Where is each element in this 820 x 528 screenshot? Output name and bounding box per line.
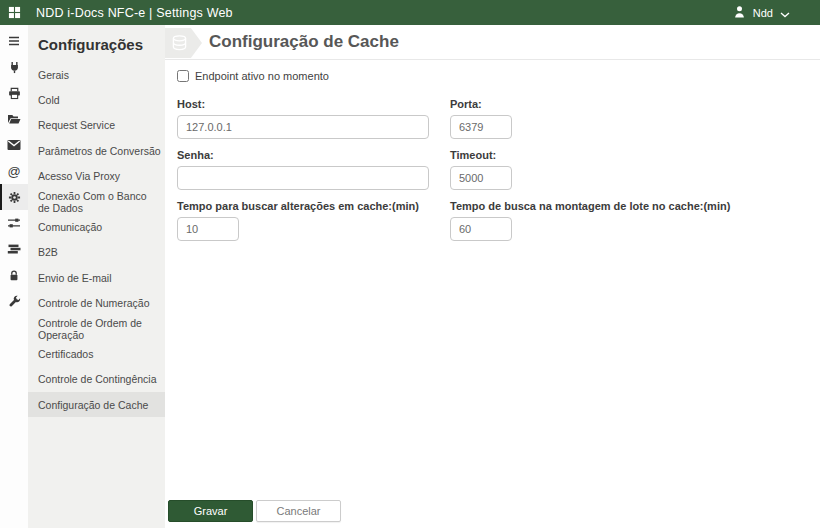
porta-input[interactable] xyxy=(450,115,512,139)
tempo-lote-label: Tempo de busca na montagem de lote no ca… xyxy=(450,200,820,212)
endpoint-active-label: Endpoint ativo no momento xyxy=(195,70,329,82)
envelope-icon[interactable] xyxy=(0,132,28,158)
timeout-input[interactable] xyxy=(450,166,512,190)
sidebar-item-acesso-via-proxy[interactable]: Acesso Via Proxy xyxy=(28,164,165,189)
at-sign-icon[interactable]: @ xyxy=(0,158,28,184)
sidebar-item-certificados[interactable]: Certificados xyxy=(28,341,165,366)
main-content: Configuração de Cache Endpoint ativo no … xyxy=(165,25,820,528)
senha-input[interactable] xyxy=(177,166,429,190)
sidebar-item-cold[interactable]: Cold xyxy=(28,87,165,112)
printer-icon[interactable] xyxy=(0,80,28,106)
cache-settings-form: Endpoint ativo no momento Host: Porta: S… xyxy=(165,60,820,241)
senha-label: Senha: xyxy=(177,149,429,161)
sidebar-item-controle-numeracao[interactable]: Controle de Numeração xyxy=(28,291,165,316)
user-icon xyxy=(733,4,746,22)
lock-icon[interactable] xyxy=(0,262,28,288)
gear-icon[interactable] xyxy=(0,184,28,210)
user-name: Ndd xyxy=(753,7,773,19)
page-title: Configuração de Cache xyxy=(209,32,399,52)
sidebar-item-parametros-conversao[interactable]: Parâmetros de Conversão xyxy=(28,138,165,163)
timeout-label: Timeout: xyxy=(450,149,820,161)
folder-open-icon[interactable] xyxy=(0,106,28,132)
sidebar-item-conexao-banco-dados[interactable]: Conexão Com o Banco de Dados xyxy=(28,189,165,214)
porta-label: Porta: xyxy=(450,98,820,110)
wrench-icon[interactable] xyxy=(0,288,28,314)
apps-grid-icon[interactable] xyxy=(0,6,28,19)
topbar: NDD i-Docs NFC-e | Settings Web Ndd xyxy=(0,0,820,25)
database-icon xyxy=(165,28,202,58)
app-window: NDD i-Docs NFC-e | Settings Web Ndd xyxy=(0,0,820,528)
menu-icon[interactable] xyxy=(0,28,28,54)
sliders-icon[interactable] xyxy=(0,210,28,236)
cancel-button[interactable]: Cancelar xyxy=(256,500,341,522)
tempo-alteracoes-input[interactable] xyxy=(177,217,239,241)
tempo-alteracoes-label: Tempo para buscar alterações em cache:(m… xyxy=(177,200,429,212)
endpoint-active-checkbox[interactable] xyxy=(177,70,189,82)
sidebar-item-request-service[interactable]: Request Service xyxy=(28,113,165,138)
icon-sidebar: @ xyxy=(0,25,28,528)
sidebar-item-gerais[interactable]: Gerais xyxy=(28,62,165,87)
host-label: Host: xyxy=(177,98,429,110)
sidebar-item-b2b[interactable]: B2B xyxy=(28,240,165,265)
form-actions: Gravar Cancelar xyxy=(168,500,341,522)
settings-sidebar: Configurações Gerais Cold Request Servic… xyxy=(28,25,165,528)
stacked-bars-icon[interactable] xyxy=(0,236,28,262)
user-menu[interactable]: Ndd xyxy=(733,4,820,22)
chevron-down-icon xyxy=(780,4,790,22)
page-header: Configuração de Cache xyxy=(165,25,820,60)
tempo-lote-input[interactable] xyxy=(450,217,512,241)
sidebar-item-envio-email[interactable]: Envio de E-mail xyxy=(28,265,165,290)
plug-icon[interactable] xyxy=(0,54,28,80)
host-input[interactable] xyxy=(177,115,429,139)
save-button[interactable]: Gravar xyxy=(168,500,253,522)
sidebar-item-controle-ordem-operacao[interactable]: Controle de Ordem de Operação xyxy=(28,316,165,341)
sidebar-item-comunicacao[interactable]: Comunicação xyxy=(28,214,165,239)
app-title: NDD i-Docs NFC-e | Settings Web xyxy=(36,6,233,20)
sidebar-item-controle-contingencia[interactable]: Controle de Contingência xyxy=(28,367,165,392)
sidebar-title: Configurações xyxy=(28,25,165,62)
sidebar-item-configuracao-cache[interactable]: Configuração de Cache xyxy=(28,392,165,417)
